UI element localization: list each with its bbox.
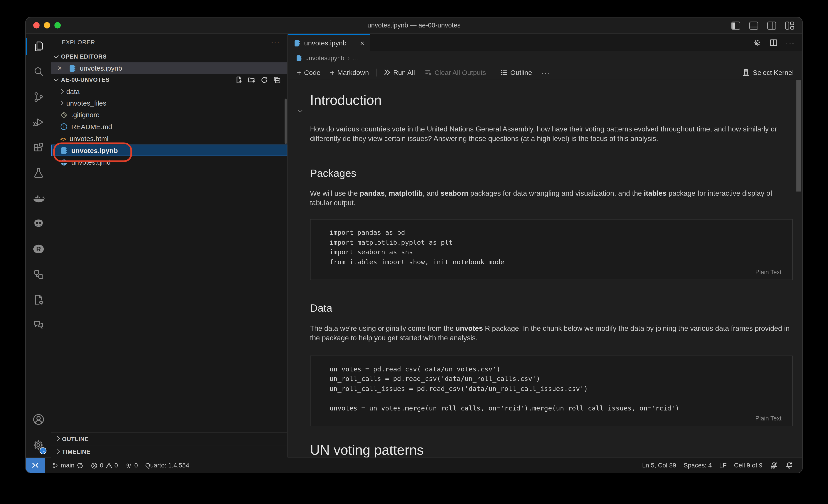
clear-outputs-icon <box>424 68 432 76</box>
notebook-file-icon <box>296 55 302 61</box>
run-all-icon <box>383 68 390 76</box>
toggle-secondary-sidebar-icon[interactable] <box>767 21 777 30</box>
problems-item[interactable]: 0 0 <box>87 462 122 469</box>
explorer-icon[interactable] <box>26 34 51 59</box>
ports-item[interactable]: 0 <box>122 462 141 469</box>
cell-language-label[interactable]: Plain Text <box>329 415 781 422</box>
comments-icon[interactable] <box>26 312 51 338</box>
cell-language-label[interactable]: Plain Text <box>329 269 781 276</box>
open-editor-item[interactable]: × unvotes.ipynb <box>51 62 287 74</box>
minimize-window-button[interactable] <box>44 22 50 29</box>
zoom-window-button[interactable] <box>54 22 61 29</box>
run-all-button[interactable]: Run All <box>378 68 420 76</box>
notifications-bell-icon[interactable] <box>782 461 797 469</box>
cell-collapse-chevron-icon[interactable] <box>298 99 302 115</box>
outline-button[interactable]: Outline <box>496 68 537 76</box>
markdown-h1-introduction: Introduction <box>310 92 793 109</box>
editor-scrollbar[interactable] <box>796 80 801 192</box>
cell-position-item[interactable]: Cell 9 of 9 <box>730 462 766 469</box>
markdown-h2-data: Data <box>310 303 793 315</box>
markdown-h2-packages: Packages <box>310 167 793 179</box>
tab-unvotes-ipynb[interactable]: unvotes.ipynb × <box>288 34 370 51</box>
new-file-icon[interactable] <box>235 76 243 84</box>
clear-all-outputs-button[interactable]: Clear All Outputs <box>420 68 491 76</box>
settings-sync-clock-badge <box>40 448 46 454</box>
errors-icon <box>91 462 98 469</box>
file-row-readme[interactable]: README.md <box>51 121 287 133</box>
code-cell-imports[interactable]: import pandas as pd import matplotlib.py… <box>310 219 793 280</box>
run-debug-icon[interactable] <box>26 110 51 135</box>
collapse-folders-icon[interactable] <box>273 76 281 84</box>
quarto-file-icon <box>60 158 68 166</box>
split-editor-icon[interactable] <box>770 38 778 47</box>
select-kernel-button[interactable]: Select Kernel <box>742 68 802 76</box>
toggle-panel-icon[interactable] <box>749 21 759 30</box>
status-bar: main 0 0 0 Quarto: 1.4.554 Ln 5, Col 89 … <box>26 457 802 473</box>
search-icon[interactable] <box>26 59 51 85</box>
source-control-icon[interactable] <box>26 85 51 110</box>
indentation-item[interactable]: Spaces: 4 <box>680 462 715 469</box>
add-code-cell-button[interactable]: + Code <box>292 68 325 77</box>
file-row-unvotes-ipynb-selected[interactable]: unvotes.ipynb <box>51 145 287 156</box>
file-row-data[interactable]: data <box>51 85 287 97</box>
info-file-icon <box>60 123 68 131</box>
toolbar-more-actions-icon[interactable]: ··· <box>537 68 555 76</box>
vscode-window: unvotes.ipynb — ae-00-unvotes <box>26 17 803 473</box>
breadcrumb[interactable]: unvotes.ipynb › … <box>288 51 802 65</box>
window-title: unvotes.ipynb — ae-00-unvotes <box>26 21 802 29</box>
file-row-unvotes-qmd[interactable]: unvotes.qmd <box>51 156 287 168</box>
file-row-unvotes-html[interactable]: <> unvotes.html <box>51 133 287 145</box>
do-not-disturb-icon[interactable] <box>766 461 781 469</box>
tab-bar: unvotes.ipynb × ··· <box>288 34 802 51</box>
r-language-icon[interactable]: R <box>26 236 51 262</box>
add-markdown-cell-button[interactable]: + Markdown <box>325 68 374 77</box>
timeline-section[interactable]: TIMELINE <box>51 445 287 457</box>
docker-icon[interactable] <box>26 186 51 211</box>
outline-list-icon <box>500 68 508 76</box>
git-branch-item[interactable]: main <box>48 462 87 469</box>
settings-gear-icon[interactable] <box>26 432 51 457</box>
file-row-unvotes-files[interactable]: unvotes_files <box>51 97 287 109</box>
quarto-version-item[interactable]: Quarto: 1.4.554 <box>141 462 193 469</box>
toggle-primary-sidebar-icon[interactable] <box>731 21 741 30</box>
notebook-content[interactable]: Introduction How do various countries vo… <box>288 80 802 457</box>
broadcast-icon <box>125 462 132 469</box>
close-window-button[interactable] <box>33 22 40 29</box>
markdown-paragraph-packages: We will use the pandas, matplotlib, and … <box>310 189 793 208</box>
activity-bar: R <box>26 34 51 457</box>
branch-icon <box>52 462 58 469</box>
extensions-icon[interactable] <box>26 135 51 161</box>
kernel-icon <box>742 68 750 76</box>
explorer-sidebar: EXPLORER ··· OPEN EDITORS × unvotes.ipyn… <box>51 34 288 457</box>
titlebar: unvotes.ipynb — ae-00-unvotes <box>26 17 802 34</box>
editor-settings-gear-icon[interactable] <box>753 38 761 47</box>
eol-item[interactable]: LF <box>715 462 730 469</box>
sidebar-scrollbar[interactable] <box>285 99 287 144</box>
remote-indicator[interactable] <box>26 458 45 473</box>
copilot-icon[interactable] <box>26 211 51 237</box>
open-editors-section[interactable]: OPEN EDITORS <box>51 51 287 62</box>
markdown-paragraph-data: The data we're using originally come fro… <box>310 324 793 343</box>
customize-layout-icon[interactable] <box>785 21 795 30</box>
testing-beaker-icon[interactable] <box>26 160 51 186</box>
sync-icon <box>77 462 83 469</box>
editor-more-actions-icon[interactable]: ··· <box>786 38 795 47</box>
svg-text:R: R <box>36 245 41 253</box>
close-editor-icon[interactable]: × <box>57 64 62 72</box>
refresh-explorer-icon[interactable] <box>260 76 268 84</box>
accounts-icon[interactable] <box>26 407 51 432</box>
code-cell-load-data[interactable]: un_votes = pd.read_csv('data/un_votes.cs… <box>310 355 793 426</box>
file-row-gitignore[interactable]: .gitignore <box>51 109 287 121</box>
notebook-file-icon <box>294 39 300 47</box>
close-tab-icon[interactable]: × <box>360 39 365 47</box>
desktop: unvotes.ipynb — ae-00-unvotes <box>0 0 828 504</box>
notebook-file-icon <box>69 64 76 72</box>
notebook-file-icon <box>61 146 68 154</box>
linked-squares-icon[interactable] <box>26 262 51 287</box>
new-folder-icon[interactable] <box>248 76 256 84</box>
explorer-more-actions-icon[interactable]: ··· <box>271 38 280 46</box>
workspace-section-header[interactable]: AE-00-UNVOTES <box>51 74 287 85</box>
cursor-position-item[interactable]: Ln 5, Col 89 <box>638 462 680 469</box>
outline-section[interactable]: OUTLINE <box>51 432 287 445</box>
file-settings-icon[interactable] <box>26 287 51 312</box>
